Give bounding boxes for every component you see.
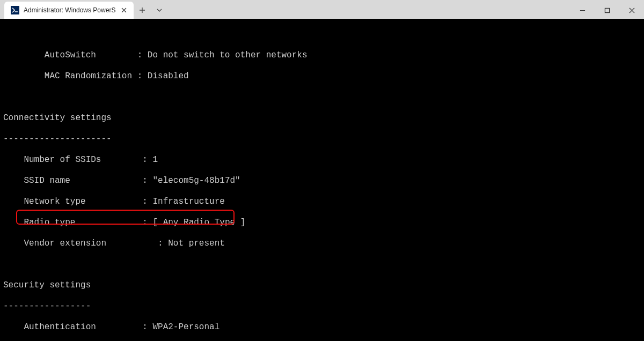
- maximize-button[interactable]: [595, 2, 619, 19]
- tab-close-button[interactable]: [120, 6, 128, 14]
- output-line: Number of SSIDs : 1: [3, 155, 641, 166]
- tab-title: Administrator: Windows PowerS: [24, 6, 115, 14]
- window: Administrator: Windows PowerS AutoSwi: [0, 0, 644, 341]
- window-controls: [570, 2, 644, 19]
- title-bar: Administrator: Windows PowerS: [0, 0, 644, 19]
- output-line: Network type : Infrastructure: [3, 197, 641, 207]
- minimize-button[interactable]: [570, 2, 595, 19]
- svg-rect-0: [605, 8, 609, 12]
- blank-line: [3, 260, 641, 270]
- section-rule: -----------------: [3, 301, 641, 312]
- blank-line: [3, 29, 641, 40]
- new-tab-button[interactable]: [134, 2, 151, 19]
- powershell-icon: [11, 6, 19, 14]
- output-line: AutoSwitch : Do not switch to other netw…: [3, 50, 641, 61]
- section-header: Connectivity settings: [3, 113, 641, 124]
- output-line: MAC Randomization : Disabled: [3, 71, 641, 82]
- section-header: Security settings: [3, 280, 641, 291]
- close-window-button[interactable]: [619, 2, 644, 19]
- output-line: Authentication : WPA2-Personal: [3, 322, 641, 333]
- tab-active[interactable]: Administrator: Windows PowerS: [4, 2, 134, 19]
- output-line: SSID name : "elecom5g-48b17d": [3, 176, 641, 187]
- section-rule: ---------------------: [3, 134, 641, 145]
- output-line: Vendor extension : Not present: [3, 239, 641, 249]
- tab-dropdown-button[interactable]: [151, 2, 168, 19]
- blank-line: [3, 92, 641, 103]
- output-line: Radio type : [ Any Radio Type ]: [3, 218, 641, 228]
- terminal-pane[interactable]: AutoSwitch : Do not switch to other netw…: [0, 19, 644, 341]
